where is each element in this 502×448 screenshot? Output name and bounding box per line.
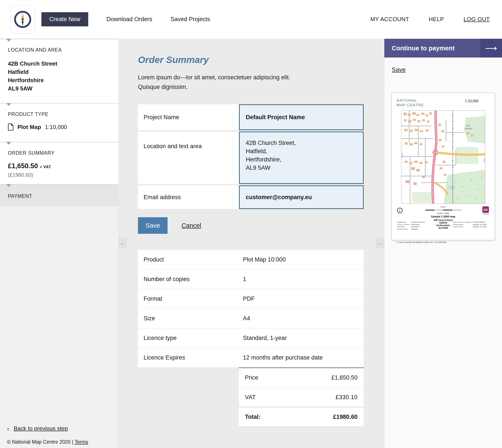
step-title: PRODUCT TYPE: [8, 111, 112, 117]
back-to-previous-step-link[interactable]: Back to previous step: [14, 425, 68, 432]
totals-table: Price £1,650.50 VAT £330.10 Total: £1980…: [239, 368, 364, 427]
document-icon: [8, 123, 14, 131]
copyright-footer: © National Map Centre 2020 | Terms: [7, 439, 88, 445]
address-line: AL9 5AW: [8, 84, 112, 93]
order-summary-panel: Order Summary Lorem ipsum do---lor sit a…: [119, 39, 384, 448]
preview-caption-area: Metres Scale: 1:5000 OS Map data Sample …: [396, 206, 490, 245]
os-map-data-caption: Map data: [482, 213, 489, 215]
cancel-link[interactable]: Cancel: [182, 222, 201, 229]
nav-download-orders[interactable]: Download Orders: [107, 16, 152, 23]
step-arrow-icon: [6, 39, 11, 42]
step-title: ORDER SUMMARY: [8, 150, 112, 156]
nav-help[interactable]: HELP: [429, 16, 444, 23]
step-payment[interactable]: PAYMENT: [0, 184, 119, 207]
table-row-copies: Number of copies 1: [138, 270, 364, 289]
detail-value: 12 months after purchase date: [243, 354, 323, 361]
intro-text: Lorem ipsum do---lor sit amet, consectet…: [138, 73, 384, 92]
nav-saved-projects[interactable]: Saved Projects: [171, 16, 210, 23]
detail-value: Standard, 1-year: [243, 335, 287, 341]
account-nav: MY ACCOUNT HELP LOG OUT: [370, 16, 490, 23]
step-arrow-icon: [6, 142, 11, 145]
table-row-total: Total: £1980.60: [239, 407, 364, 427]
project-name-input[interactable]: Default Project Name: [239, 104, 364, 130]
step-arrow-icon: [6, 103, 11, 106]
meta-label: Produced:: [397, 226, 411, 228]
map-grid-label: 208500: [402, 153, 403, 158]
location-line: 42B Church Street,: [246, 139, 296, 147]
meta-label: Serial number:: [397, 228, 411, 231]
terms-link[interactable]: Terms: [75, 439, 88, 445]
detail-value: Plot Map 10:000: [243, 256, 286, 263]
map-place-label: Old: [466, 124, 470, 127]
preview-brand: NATIONAL MAP CENTRE: [396, 98, 424, 107]
address-line: 42B Church Street: [8, 60, 112, 68]
total-value: £1980.60: [333, 414, 358, 420]
map-scale-bar: Metres Scale: 1:5000: [423, 206, 464, 214]
step-title: LOCATION AND AREA: [8, 47, 112, 53]
create-new-button[interactable]: Create New: [41, 12, 88, 26]
os-logo-icon: OS: [482, 206, 489, 213]
continue-label: Continue to payment: [384, 39, 480, 58]
total-value: £330.10: [336, 394, 358, 401]
meta-label: Plot centre co-ordinates:: [453, 221, 473, 224]
detail-value: 1: [243, 276, 246, 283]
address-line: Hertfordshire: [8, 76, 112, 84]
table-row-price: Price £1,650.50: [239, 368, 364, 388]
table-row-licence-expires: Licence Expires 12 months after purchase…: [138, 348, 364, 368]
nav-log-out[interactable]: LOG OUT: [463, 16, 490, 23]
step-title: PAYMENT: [8, 193, 112, 199]
total-label: Price: [245, 374, 258, 381]
email-address-input[interactable]: customer@company.eu: [239, 185, 364, 209]
meta-label: Project name:: [453, 226, 473, 228]
arrow-right-icon: →: [377, 240, 383, 246]
intro-line: Quisque dignissim.: [138, 82, 384, 92]
steps-sidebar: LOCATION AND AREA 42B Church Street Hatf…: [0, 39, 119, 448]
map-preview-image: Old Hatfield 208500 208500: [401, 111, 485, 204]
project-name-label: Project Name: [138, 104, 239, 130]
save-button[interactable]: Save: [138, 217, 168, 234]
continue-to-payment-button[interactable]: Continue to payment ⟶: [384, 39, 502, 58]
compass-icon: [396, 207, 403, 214]
detail-label: Format: [138, 295, 243, 302]
save-project-link[interactable]: Save: [392, 66, 406, 73]
back-chevron-icon: ‹: [7, 426, 9, 432]
map-place-label: Hatfield: [464, 128, 472, 130]
meta-value: 523403,208545: [473, 221, 485, 224]
meta-value: Sample_A4_5000: [473, 226, 487, 228]
next-step-paddle-button[interactable]: →: [376, 238, 384, 248]
detail-label: Licence type: [138, 335, 243, 341]
location-line: Hertfordshire,: [246, 155, 282, 164]
meta-value: 21/04/2017: [411, 226, 420, 228]
detail-label: Licence Expires: [138, 354, 243, 361]
email-address-label: Email address: [138, 185, 239, 209]
nav-my-account[interactable]: MY ACCOUNT: [370, 16, 409, 23]
detail-label: Product: [138, 256, 243, 263]
meta-label: Download file:: [453, 224, 473, 226]
step-location-and-area[interactable]: LOCATION AND AREA 42B Church Street Hatf…: [0, 39, 119, 103]
footer-text: © National Map Centre 2020 |: [7, 439, 73, 445]
preview-meta-right: Plot centre co-ordinates:523403,208545 D…: [453, 221, 487, 228]
order-total-incl-vat: (£1980.60): [8, 172, 112, 178]
continue-arrow-icon: ⟶: [485, 43, 497, 53]
step-product-type[interactable]: PRODUCT TYPE Plot Map 1:10,000: [0, 103, 119, 142]
total-label: Total:: [245, 414, 260, 420]
checkout-sidebar: Continue to payment ⟶ Save NATIONAL MAP …: [384, 39, 502, 448]
previous-step-paddle-button[interactable]: ←: [119, 238, 126, 248]
map-preview-card[interactable]: NATIONAL MAP CENTRE 1:10,000: [392, 93, 495, 240]
total-label: VAT: [245, 394, 256, 401]
compass-logo-icon: [13, 10, 32, 29]
order-price: £1,650.50: [8, 162, 38, 170]
brand-line: NATIONAL: [396, 98, 424, 103]
site-logo[interactable]: [10, 5, 35, 33]
meta-value: Customer Service: [411, 221, 425, 224]
top-navigation-bar: Create New Download Orders Saved Project…: [0, 0, 502, 39]
detail-value: PDF: [243, 295, 255, 302]
meta-value: 1628883: [411, 228, 418, 231]
location-line: Hatfield,: [246, 147, 267, 155]
location-address: 42B Church Street Hatfield Hertfordshire…: [8, 60, 112, 93]
step-order-summary[interactable]: ORDER SUMMARY £1,650.50 + VAT (£1980.60): [0, 142, 119, 184]
order-vat-suffix: + VAT: [40, 165, 51, 169]
meta-label: Licence number:: [397, 224, 411, 226]
intro-line: Lorem ipsum do---lor sit amet, consectet…: [138, 73, 384, 82]
location-text-area-input[interactable]: 42B Church Street, Hatfield, Hertfordshi…: [239, 132, 364, 184]
